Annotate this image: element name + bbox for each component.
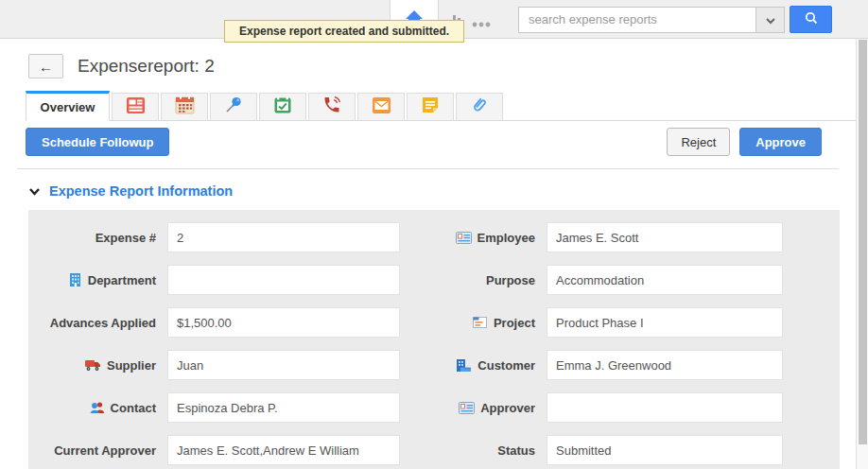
app-window: Expense report created and submitted. ← … — [0, 0, 868, 469]
id-card-icon — [456, 232, 472, 244]
supplier-input[interactable] — [167, 350, 400, 380]
tab-note[interactable] — [407, 93, 454, 120]
tab-task[interactable] — [259, 93, 306, 120]
main-content: ← Expensereport: 2 Overview — [0, 39, 856, 469]
field-label-current-approver: Current Approver — [28, 443, 167, 458]
back-arrow-icon: ← — [39, 59, 53, 75]
global-search — [518, 6, 832, 33]
field-label-status: Status — [400, 443, 547, 458]
customer-input[interactable] — [547, 350, 783, 380]
section-title: Expense Report Information — [49, 183, 233, 199]
calendar-icon — [175, 96, 195, 118]
email-icon — [372, 96, 391, 118]
task-icon — [273, 96, 292, 118]
current-approver-input[interactable] — [167, 435, 400, 465]
id-card-icon — [459, 402, 475, 414]
field-label-contact: Contact — [28, 401, 167, 415]
organization-icon — [456, 358, 472, 373]
notification-banner: Expense report created and submitted. — [224, 20, 464, 43]
record-details-icon — [126, 96, 146, 118]
employee-input[interactable] — [547, 222, 783, 252]
contact-input[interactable] — [167, 392, 400, 423]
project-input[interactable] — [547, 307, 783, 338]
record-tabs: Overview — [26, 91, 856, 121]
department-input[interactable] — [167, 265, 400, 295]
section-header: Expense Report Information — [28, 183, 856, 199]
advances-applied-input[interactable] — [167, 307, 400, 338]
schedule-followup-button[interactable]: Schedule Followup — [26, 128, 169, 156]
field-label-expense-number: Expense # — [28, 231, 167, 245]
paperclip-icon — [470, 96, 489, 118]
chevron-down-icon — [765, 11, 776, 28]
reject-button[interactable]: Reject — [667, 128, 730, 156]
building-icon — [68, 272, 82, 287]
note-icon — [421, 96, 440, 118]
more-options-icon[interactable] — [471, 15, 492, 32]
tab-calendar[interactable] — [161, 93, 208, 120]
approver-input[interactable] — [547, 392, 783, 423]
purpose-input[interactable] — [547, 265, 783, 295]
search-button[interactable] — [790, 6, 832, 33]
tab-overview[interactable]: Overview — [26, 91, 110, 121]
project-icon — [473, 316, 488, 329]
tab-call[interactable] — [308, 93, 356, 120]
field-label-project: Project — [400, 316, 547, 330]
tab-record-details[interactable] — [112, 93, 159, 120]
pin-icon — [224, 96, 243, 118]
tab-pin[interactable] — [210, 93, 257, 120]
section-divider — [17, 168, 839, 169]
field-label-department: Department — [28, 272, 167, 287]
search-icon — [804, 10, 819, 28]
scrollbar-thumb[interactable] — [859, 40, 867, 444]
truck-icon — [84, 359, 101, 372]
search-input[interactable] — [518, 7, 756, 33]
status-input[interactable] — [547, 435, 783, 465]
action-bar: Schedule Followup Reject Approve — [26, 128, 822, 156]
vertical-scrollbar[interactable] — [856, 39, 868, 469]
expense-report-form: Expense # Employee — [28, 210, 840, 469]
expense-number-input[interactable] — [167, 222, 400, 252]
field-label-approver: Approver — [400, 401, 547, 415]
collapse-section-icon[interactable] — [28, 187, 41, 196]
page-title: Expensereport: 2 — [78, 56, 215, 77]
field-label-supplier: Supplier — [28, 358, 167, 373]
contacts-icon — [89, 401, 105, 414]
back-button[interactable]: ← — [28, 54, 63, 78]
record-header: ← Expensereport: 2 — [28, 54, 856, 78]
field-label-purpose: Purpose — [400, 273, 547, 287]
approve-button[interactable]: Approve — [739, 128, 822, 156]
field-label-employee: Employee — [400, 231, 547, 245]
tab-email[interactable] — [357, 93, 405, 120]
tab-attachment[interactable] — [456, 93, 503, 120]
call-icon — [322, 96, 341, 118]
search-scope-dropdown[interactable] — [756, 7, 785, 33]
field-label-advances-applied: Advances Applied — [28, 316, 167, 330]
notification-text: Expense report created and submitted. — [239, 25, 449, 38]
field-label-customer: Customer — [400, 358, 547, 373]
